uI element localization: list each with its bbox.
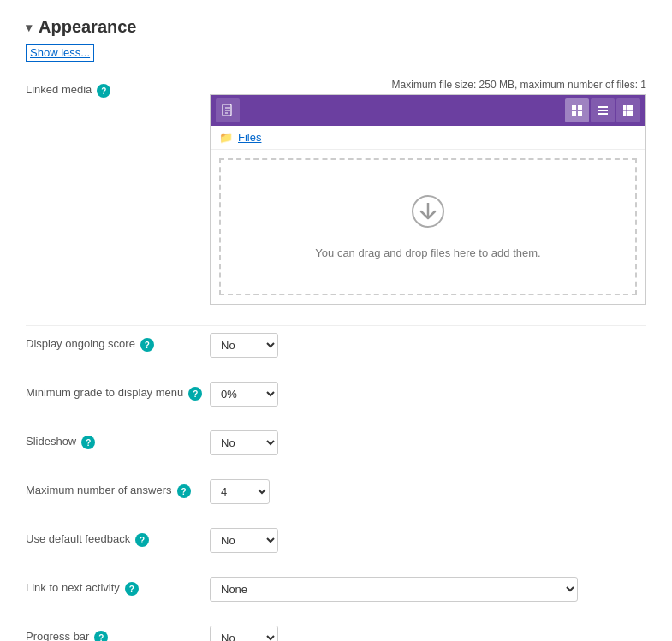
progress-bar-row: Progress bar ? No Yes	[26, 622, 646, 641]
progress-bar-select[interactable]: No Yes	[210, 626, 278, 641]
minimum-grade-row: Minimum grade to display menu ? 0% 10% 2…	[26, 378, 646, 410]
svg-rect-7	[578, 111, 582, 116]
svg-rect-8	[598, 106, 608, 108]
svg-rect-9	[598, 110, 608, 111]
linked-media-control: Maximum file size: 250 MB, maximum numbe…	[210, 79, 646, 305]
slideshow-select[interactable]: No Yes	[210, 430, 278, 455]
minimum-grade-select[interactable]: 0% 10% 20% 50% 100%	[210, 382, 278, 407]
download-icon	[238, 194, 618, 236]
use-default-feedback-select[interactable]: No Yes	[210, 528, 278, 553]
progress-bar-control: No Yes	[210, 626, 646, 641]
display-ongoing-score-label: Display ongoing score	[26, 336, 135, 352]
display-ongoing-score-help-icon[interactable]: ?	[140, 338, 154, 352]
file-breadcrumb: 📁 Files	[211, 126, 645, 150]
svg-rect-4	[572, 105, 576, 110]
file-add-icon[interactable]	[216, 98, 240, 122]
drop-text: You can drag and drop files here to add …	[238, 246, 618, 259]
display-ongoing-score-select[interactable]: No Yes	[210, 333, 278, 358]
linked-media-help-icon[interactable]: ?	[97, 84, 110, 98]
progress-bar-help-icon[interactable]: ?	[94, 631, 108, 641]
files-breadcrumb-link[interactable]: Files	[238, 131, 261, 144]
max-answers-control: 1 2 3 4 5 6 7 8	[210, 479, 646, 504]
linked-media-row: Linked media ? Maximum file size: 250 MB…	[26, 75, 646, 308]
use-default-feedback-help-icon[interactable]: ?	[135, 533, 149, 547]
max-answers-label: Maximum number of answers	[26, 483, 172, 498]
file-view-toggle	[565, 98, 640, 122]
max-answers-row: Maximum number of answers ? 1 2 3 4 5 6 …	[26, 476, 646, 507]
folder-icon: 📁	[219, 131, 233, 144]
linked-media-label: Linked media	[26, 82, 92, 98]
minimum-grade-control: 0% 10% 20% 50% 100%	[210, 382, 646, 407]
progress-bar-label: Progress bar	[26, 629, 89, 641]
link-next-select[interactable]: None	[210, 577, 578, 602]
slideshow-help-icon[interactable]: ?	[81, 436, 95, 449]
list-view-button[interactable]	[591, 98, 615, 122]
section-title: Appearance	[39, 17, 137, 37]
tree-view-button[interactable]	[616, 98, 640, 122]
section-header: ▾ Appearance	[26, 17, 646, 37]
file-max-info: Maximum file size: 250 MB, maximum numbe…	[210, 79, 646, 91]
slideshow-control: No Yes	[210, 430, 646, 455]
use-default-feedback-label: Use default feedback	[26, 531, 130, 547]
use-default-feedback-row: Use default feedback ? No Yes	[26, 525, 646, 556]
minimum-grade-help-icon[interactable]: ?	[188, 387, 202, 401]
max-answers-select[interactable]: 1 2 3 4 5 6 7 8	[210, 479, 270, 504]
grid-view-button[interactable]	[565, 98, 589, 122]
display-ongoing-score-row: Display ongoing score ? No Yes	[26, 329, 646, 361]
use-default-feedback-control: No Yes	[210, 528, 646, 553]
max-answers-help-icon[interactable]: ?	[177, 484, 191, 498]
drop-zone[interactable]: You can drag and drop files here to add …	[219, 158, 637, 295]
svg-rect-6	[572, 111, 576, 116]
link-next-control: None	[210, 577, 646, 602]
link-next-label: Link to next activity	[26, 580, 120, 596]
svg-rect-10	[598, 113, 608, 115]
link-next-row: Link to next activity ? None	[26, 573, 646, 605]
slideshow-label: Slideshow	[26, 434, 76, 449]
show-less-button[interactable]: Show less...	[26, 44, 94, 62]
minimum-grade-label: Minimum grade to display menu	[26, 385, 183, 401]
file-widget: 📁 Files You can drag and drop files here…	[210, 94, 646, 305]
slideshow-row: Slideshow ? No Yes	[26, 427, 646, 459]
collapse-icon[interactable]: ▾	[26, 21, 32, 34]
svg-rect-5	[578, 105, 582, 110]
display-ongoing-score-control: No Yes	[210, 333, 646, 358]
link-next-help-icon[interactable]: ?	[125, 582, 139, 596]
file-toolbar	[211, 95, 645, 126]
